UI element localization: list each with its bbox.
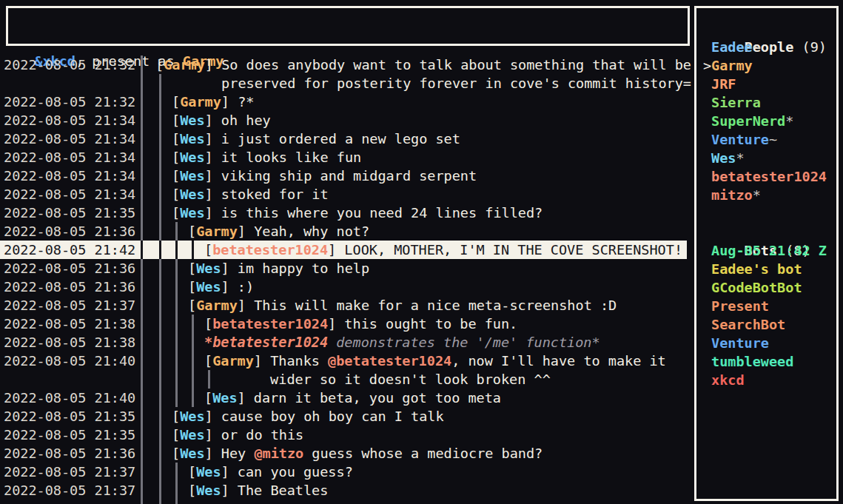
- user-item-betatester1024[interactable]: betatester1024: [696, 167, 836, 186]
- thread-indent-line: [175, 315, 178, 333]
- chat-message-row[interactable]: 2022-08-05 21:36[Wes] Hey @mitzo guess w…: [0, 444, 690, 463]
- bot-item-present[interactable]: Present: [696, 297, 836, 315]
- bot-item-venture[interactable]: Venture: [696, 334, 836, 352]
- bots-list: Aug-05 21:42 Z Eadee's bot GCodeBotBot P…: [696, 241, 836, 389]
- list-prefix: [703, 112, 711, 130]
- timestamp-separator-line: [141, 481, 143, 500]
- timestamp-separator-line: [141, 148, 143, 167]
- message-text: im happy to help: [238, 261, 369, 276]
- chat-message-row[interactable]: 2022-08-05 21:35[Wes] is this where you …: [0, 204, 690, 222]
- timestamp: 2022-08-05 21:38: [4, 333, 135, 352]
- chat-message-row[interactable]: 2022-08-05 21:42[betatester1024] LOOK, M…: [0, 241, 690, 259]
- nick-close-bracket: ]: [238, 390, 254, 406]
- nick: Wes: [180, 112, 204, 128]
- bot-name: Venture: [711, 335, 769, 351]
- bot-item-tumbleweed[interactable]: tumbleweed: [696, 352, 836, 371]
- user-item-wes[interactable]: Wes*: [696, 149, 836, 167]
- bots-section-header: Bots (8): [696, 223, 836, 241]
- nick-open-bracket: [: [172, 149, 180, 165]
- chat-message-row[interactable]: 2022-08-05 21:37[Wes] can you guess?: [0, 463, 690, 481]
- thread-indent-line: [192, 333, 194, 352]
- sidebar-gap: [696, 204, 836, 223]
- chat-continuation-row[interactable]: preserved for posterity forever in cove'…: [0, 74, 690, 93]
- chat-message-row[interactable]: 2022-08-05 21:32[Garmy] So does anybody …: [0, 56, 690, 74]
- bot-item-searchbot[interactable]: SearchBot: [696, 315, 836, 334]
- bot-item-eadee-s-bot[interactable]: Eadee's bot: [696, 260, 836, 278]
- chat-continuation-row[interactable]: wider so it doesn't look broken ^^: [0, 370, 690, 389]
- thread-indent-line: [175, 389, 178, 407]
- timestamp-separator-line: [141, 204, 143, 222]
- message-text: :): [238, 279, 254, 295]
- timestamp-separator-line: [141, 463, 143, 481]
- list-prefix: [703, 149, 711, 167]
- timestamp: 2022-08-05 21:37: [4, 463, 135, 481]
- chat-message-row[interactable]: 2022-08-05 21:36[Wes] im happy to help: [0, 259, 690, 278]
- user-item-mitzo[interactable]: mitzo*: [696, 186, 836, 204]
- thread-indent-line: [159, 426, 161, 444]
- chat-message-row[interactable]: 2022-08-05 21:37[Garmy] This will make f…: [0, 296, 690, 315]
- nick: Garmy: [180, 94, 221, 110]
- message-text: viking ship and midgard serpent: [221, 168, 477, 184]
- bot-name: SearchBot: [711, 317, 785, 332]
- message-content: [Wes] cause boy oh boy can I talk: [172, 407, 444, 426]
- bot-name: tumbleweed: [711, 354, 793, 369]
- chat-message-row[interactable]: 2022-08-05 21:34[Wes] stoked for it: [0, 185, 690, 204]
- user-item-jrf[interactable]: JRF: [696, 75, 836, 93]
- nick-open-bracket: [: [204, 390, 212, 406]
- thread-indent-line: [159, 167, 161, 185]
- bot-item-xkcd[interactable]: xkcd: [696, 371, 836, 389]
- nick-close-bracket: ]: [221, 483, 238, 498]
- chat-message-row[interactable]: 2022-08-05 21:32[Garmy] ?*: [0, 93, 690, 111]
- nick-close-bracket: ]: [205, 168, 221, 184]
- timestamp: 2022-08-05 21:34: [4, 167, 135, 185]
- thread-indent-line: [159, 222, 161, 241]
- chat-message-row[interactable]: 2022-08-05 21:38[betatester1024] this ou…: [0, 315, 690, 333]
- nick-close-bracket: ]: [328, 242, 344, 258]
- chat-message-row[interactable]: 2022-08-05 21:37[Wes] The Beatles: [0, 481, 690, 500]
- chat-message-row[interactable]: 2022-08-05 21:34[Wes] viking ship and mi…: [0, 167, 690, 185]
- timestamp-separator-line: [141, 222, 143, 241]
- people-list: Eadee~>Garmy JRF Sierra SuperNerd* Ventu…: [696, 38, 836, 204]
- people-section-header: People (9): [696, 19, 836, 38]
- nick-close-bracket: ]: [238, 298, 254, 313]
- message-content: [Garmy] So does anybody want to talk abo…: [155, 56, 691, 74]
- user-item-garmy[interactable]: >Garmy: [696, 56, 836, 75]
- bot-item-aug-05-21-42-z[interactable]: Aug-05 21:42 Z: [696, 241, 836, 260]
- message-text: @betatester1024: [328, 353, 451, 369]
- timestamp: 2022-08-05 21:35: [4, 204, 135, 222]
- chat-message-row[interactable]: 2022-08-05 21:36[Garmy] Yeah, why not?: [0, 222, 690, 241]
- chat-message-row[interactable]: 2022-08-05 21:34[Wes] i just ordered a n…: [0, 130, 690, 148]
- thread-indent-line: [175, 296, 178, 315]
- message-text: stoked for it: [221, 187, 329, 202]
- message-text: Hey: [221, 446, 255, 461]
- nick-close-bracket: ]: [221, 279, 238, 295]
- timestamp-separator-line: [141, 241, 143, 259]
- nick-open-bracket: [: [188, 483, 196, 498]
- bot-item-gcodebotbot[interactable]: GCodeBotBot: [696, 278, 836, 297]
- list-prefix: [703, 334, 711, 352]
- message-content: [Wes] im happy to help: [188, 259, 369, 278]
- message-text: it looks like fun: [221, 149, 361, 165]
- nick-open-bracket: [: [172, 187, 180, 202]
- chat-message-row[interactable]: 2022-08-05 21:40[Wes] darn it beta, you …: [0, 389, 690, 407]
- nick-open-bracket: [: [172, 94, 180, 110]
- nick-open-bracket: [: [155, 57, 164, 73]
- chat-message-row[interactable]: 2022-08-05 21:36[Wes] :): [0, 278, 690, 296]
- timestamp-separator-line: [141, 278, 143, 296]
- chat-action-row[interactable]: 2022-08-05 21:38*betatester1024 demonstr…: [0, 333, 690, 352]
- nick: Garmy: [212, 353, 254, 369]
- nick-close-bracket: ]: [221, 464, 238, 480]
- chat-message-row[interactable]: 2022-08-05 21:40[Garmy] Thanks @betatest…: [0, 352, 690, 370]
- nick: Wes: [180, 149, 204, 165]
- chat-message-row[interactable]: 2022-08-05 21:34[Wes] oh hey: [0, 111, 690, 130]
- message-text: darn it beta, you got too meta: [254, 390, 501, 406]
- chat-message-row[interactable]: 2022-08-05 21:35[Wes] or do this: [0, 426, 690, 444]
- user-item-venture[interactable]: Venture~: [696, 130, 836, 149]
- chat-message-row[interactable]: 2022-08-05 21:34[Wes] it looks like fun: [0, 148, 690, 167]
- chat-message-row[interactable]: 2022-08-05 21:35[Wes] cause boy oh boy c…: [0, 407, 690, 426]
- thread-indent-line: [192, 241, 194, 259]
- nick-close-bracket: ]: [205, 427, 221, 443]
- nick-close-bracket: ]: [205, 112, 221, 128]
- user-item-sierra[interactable]: Sierra: [696, 93, 836, 112]
- user-item-supernerd[interactable]: SuperNerd*: [696, 112, 836, 130]
